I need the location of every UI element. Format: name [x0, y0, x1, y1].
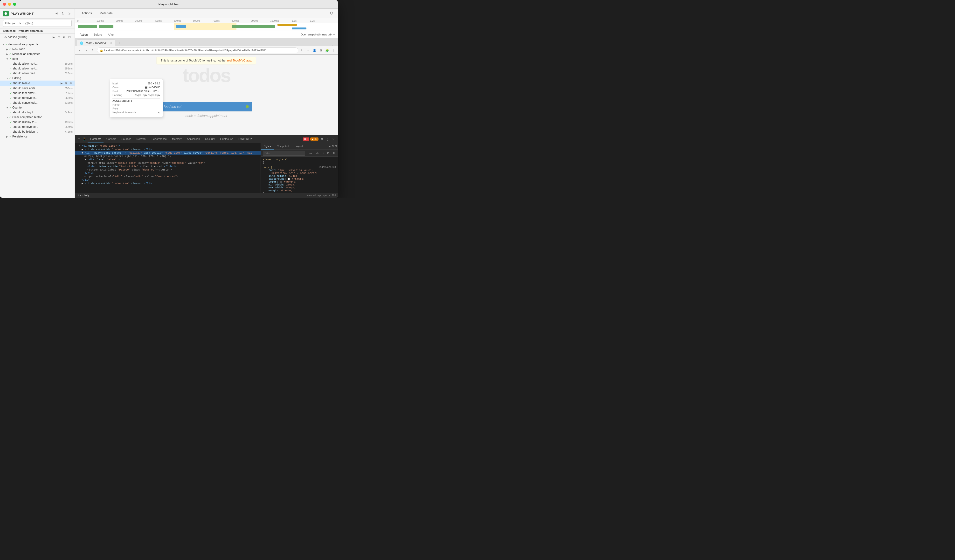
tree-item-spec[interactable]: ▼ ✓ demo-todo-app.spec.ts [0, 42, 75, 47]
dom-expand-1[interactable]: ▶ [77, 144, 80, 147]
timeline-bar-2[interactable] [99, 25, 113, 28]
dt-tab-lighthouse[interactable]: Lighthouse [218, 135, 235, 143]
dom-line-2[interactable]: ▶ <li data-testid= "todo-item" class=… <… [75, 148, 261, 151]
show-icon[interactable]: 👁 [62, 35, 66, 39]
tree-item-editing[interactable]: ▼ ✓ Editing [0, 76, 75, 81]
dt-tab-memory[interactable]: Memory [170, 135, 184, 143]
devtools-device-icon[interactable]: 📱 [81, 138, 87, 141]
minimize-button[interactable] [8, 3, 11, 6]
devtools-settings-icon[interactable]: ⚙ [319, 137, 324, 142]
theme-toggle-icon[interactable]: ☀ [54, 11, 59, 16]
dom-line-1[interactable]: ▶ <ul class= "todo-list" > [75, 144, 261, 148]
timeline-bar-6[interactable] [292, 28, 307, 30]
styles-tab-computed[interactable]: Computed [274, 143, 292, 150]
tree-item-new-todo[interactable]: ▶ ✓ New Todo [0, 47, 75, 52]
dom-line-7[interactable]: <label data-testid= "todo-title" > feed … [75, 165, 261, 168]
breadcrumb-body[interactable]: body [84, 194, 89, 197]
computed-btn[interactable]: ⊡ [326, 151, 330, 155]
tree-item-edit-3[interactable]: ✓ should trim enter... 617ms [0, 91, 75, 95]
download-icon[interactable]: ⬇ [299, 48, 304, 53]
dom-line-6[interactable]: <input aria-label="Toggle Todo" class="t… [75, 161, 261, 165]
tree-item-edit-1[interactable]: ✓ should hide o... ▶ ⎘ 👁 [0, 81, 75, 86]
settings-icon[interactable]: ▷ [67, 11, 72, 16]
dom-line-8[interactable]: <button aria-label="Delete" class="destr… [75, 168, 261, 172]
fullscreen-button[interactable] [13, 3, 16, 6]
box-model-btn[interactable]: ⊞ [331, 151, 336, 155]
reload-button[interactable]: ↻ [90, 47, 96, 53]
breadcrumb-html[interactable]: html [77, 194, 81, 197]
tree-item-clear-completed[interactable]: ▼ ✓ Clear completed button [0, 115, 75, 120]
open-snapshot-button[interactable]: Open snapshot in new tab ↗ [301, 33, 335, 36]
external-link-icon[interactable]: ⬡ [330, 11, 335, 16]
styles-tab-styles[interactable]: Styles [261, 143, 274, 150]
timeline-bar-3[interactable] [176, 25, 186, 28]
dom-line-4[interactable]: id 2px; background-color: rgba(111, 168,… [75, 155, 261, 158]
devtools-close-icon[interactable]: ✕ [331, 137, 336, 142]
dom-line-3[interactable]: ▼ <li __playwright_target__= "call@27" d… [75, 151, 261, 155]
devtools-more-icon[interactable]: ⋮ [325, 137, 330, 142]
forward-button[interactable]: › [83, 47, 89, 53]
back-button[interactable]: ‹ [77, 47, 83, 53]
dom-line-5[interactable]: ▼ <div class= "view" > [75, 158, 261, 161]
more-menu-icon[interactable]: ⋮ [330, 48, 336, 53]
tree-item-edit-5[interactable]: ✓ should cancel edi... 532ms [0, 100, 75, 105]
layout-icon[interactable]: ⊞ [335, 145, 337, 148]
tree-item-mark-all[interactable]: ▶ ✓ Mark all as completed [0, 52, 75, 56]
add-style-icon[interactable]: + [329, 145, 330, 148]
copy-icon[interactable]: ⎘ [64, 81, 68, 85]
sub-tab-action[interactable]: Action [77, 31, 91, 38]
stop-icon[interactable]: □ [57, 35, 61, 39]
styles-filter-input[interactable] [263, 151, 305, 156]
dt-tab-security[interactable]: Security [203, 135, 217, 143]
tree-item-edit-4[interactable]: ✓ should remove th... 968ms [0, 95, 75, 100]
run-test-icon[interactable]: ▶ [59, 81, 63, 85]
run-all-icon[interactable]: ▶ [52, 35, 56, 39]
force-state-icon[interactable]: ⊡ [332, 145, 334, 148]
profile-icon[interactable]: 👤 [312, 48, 317, 53]
dom-line-11[interactable]: </li> [75, 178, 261, 181]
dom-line-9[interactable]: </div> [75, 172, 261, 175]
dt-tab-sources[interactable]: Sources [119, 135, 133, 143]
timeline-bar-5[interactable] [277, 24, 297, 26]
error-badge[interactable]: ✕ 6 [303, 138, 309, 141]
dt-tab-console[interactable]: Console [104, 135, 119, 143]
tree-item-clear-1[interactable]: ✓ should display th... 499ms [0, 120, 75, 124]
dt-tab-application[interactable]: Application [185, 135, 202, 143]
eye-icon[interactable]: 👁 [69, 81, 73, 85]
tab-metadata[interactable]: Metadata [96, 9, 117, 18]
hover-filter-btn[interactable]: :hov [306, 151, 313, 155]
dt-tab-network[interactable]: Network [134, 135, 149, 143]
devtools-inspect-icon[interactable]: ⊡ [77, 138, 81, 141]
add-rule-btn[interactable]: + [321, 151, 325, 155]
sub-tab-after[interactable]: After [105, 31, 117, 38]
warning-badge[interactable]: ▲ 10 [310, 138, 318, 141]
dt-tab-recorder[interactable]: Recorder ⟳ [236, 135, 255, 143]
tree-item-item-3[interactable]: ✓ should allow me t... 628ms [0, 71, 75, 76]
demo-msg-link[interactable]: real TodoMVC app. [227, 59, 252, 62]
tree-item-edit-2[interactable]: ✓ should save edits... 556ms [0, 86, 75, 91]
tree-item-item-1[interactable]: ✓ should allow me t... 680ms [0, 61, 75, 66]
dom-line-12[interactable]: ▶ <li data-testid= "todo-item" class=… <… [75, 181, 261, 185]
tab-actions[interactable]: Actions [78, 9, 96, 18]
timeline-tracks[interactable] [75, 23, 338, 30]
dt-tab-performance[interactable]: Performance [149, 135, 169, 143]
browser-tab-close-icon[interactable]: ✕ [110, 42, 112, 44]
dom-line-10[interactable]: <input aria-label="Edit" class="edit" va… [75, 175, 261, 178]
timeline-bar-1[interactable] [78, 25, 97, 28]
styles-tab-layout[interactable]: Layout [292, 143, 306, 150]
filter-input[interactable] [3, 20, 72, 27]
timeline-bar-4[interactable] [232, 25, 275, 28]
browser-expand-icon[interactable]: ⌄ [332, 43, 334, 46]
cls-filter-btn[interactable]: .cls [314, 151, 321, 155]
more-icon[interactable]: ⊡ [67, 35, 72, 39]
sub-tab-before[interactable]: Before [91, 31, 105, 38]
tree-item-counter[interactable]: ▼ ✓ Counter [0, 105, 75, 110]
tree-item-counter-1[interactable]: ✓ should display th... 842ms [0, 110, 75, 115]
new-tab-icon[interactable]: + [116, 39, 122, 46]
dt-tab-elements[interactable]: Elements [88, 135, 103, 143]
tree-item-persistence[interactable]: ▶ ✓ Persistence [0, 134, 75, 139]
url-bar[interactable]: 🔒 localhost:57046/trace/snapshot.html?r=… [97, 47, 298, 53]
tree-item-item-2[interactable]: ✓ should allow me t... 956ms [0, 66, 75, 71]
tree-item-clear-3[interactable]: ✓ should be hidden ... 772ms [0, 129, 75, 134]
tree-item-clear-2[interactable]: ✓ should remove co... 957ms [0, 124, 75, 129]
